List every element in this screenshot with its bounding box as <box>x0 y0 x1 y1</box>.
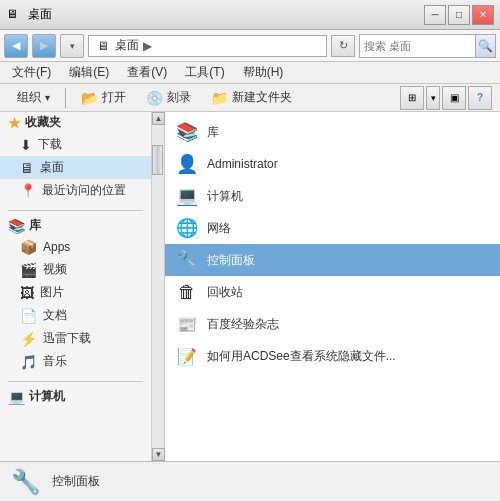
dropdown-button[interactable]: ▾ <box>60 34 84 58</box>
sidebar-item-desktop[interactable]: 🖥 桌面 <box>0 156 151 179</box>
file-item-library[interactable]: 📚 库 <box>165 116 500 148</box>
sidebar-item-recent[interactable]: 📍 最近访问的位置 <box>0 179 151 202</box>
images-label: 图片 <box>40 284 64 301</box>
sidebar-library-heading: 📚 库 <box>0 215 151 236</box>
thunder-icon: ⚡ <box>20 331 37 347</box>
sidebar-library-section: 📚 库 📦 Apps 🎬 视频 🖼 图片 📄 文档 <box>0 215 151 373</box>
sidebar-item-docs[interactable]: 📄 文档 <box>0 304 151 327</box>
menu-bar: 文件(F) 编辑(E) 查看(V) 工具(T) 帮助(H) <box>0 62 500 84</box>
view-arrow-icon: ▾ <box>431 93 436 103</box>
scrollbar-track <box>152 125 164 448</box>
path-text: 桌面 <box>115 37 139 54</box>
sidebar-item-downloads[interactable]: ⬇ 下载 <box>0 133 151 156</box>
acdsee-icon: 📝 <box>175 344 199 368</box>
apps-label: Apps <box>43 240 70 254</box>
favorites-label: 收藏夹 <box>25 114 61 131</box>
burn-label: 刻录 <box>167 89 191 106</box>
video-label: 视频 <box>43 261 67 278</box>
window-icon: 🖥 <box>6 7 22 23</box>
recycle-icon: 🗑 <box>175 280 199 304</box>
menu-tools[interactable]: 工具(T) <box>181 62 228 83</box>
library-label: 库 <box>29 217 41 234</box>
search-input[interactable] <box>360 40 475 52</box>
file-item-computer[interactable]: 💻 计算机 <box>165 180 500 212</box>
computer-file-label: 计算机 <box>207 188 243 205</box>
music-icon: 🎵 <box>20 354 37 370</box>
acdsee-label: 如何用ACDSee查看系统隐藏文件... <box>207 348 396 365</box>
status-text: 控制面板 <box>52 473 100 490</box>
sidebar-scrollbar[interactable]: ▲ ▼ <box>151 112 164 461</box>
new-folder-button[interactable]: 📁 新建文件夹 <box>202 86 301 110</box>
network-icon: 🌐 <box>175 216 199 240</box>
organize-arrow: ▾ <box>45 92 50 103</box>
organize-label: 组织 <box>17 89 41 106</box>
administrator-icon: 👤 <box>175 152 199 176</box>
window-controls: ─ □ ✕ <box>424 5 494 25</box>
sidebar-favorites-heading: ★ 收藏夹 <box>0 112 151 133</box>
video-icon: 🎬 <box>20 262 37 278</box>
computer-icon: 💻 <box>8 389 25 405</box>
open-button[interactable]: 📂 打开 <box>72 86 135 110</box>
file-item-network[interactable]: 🌐 网络 <box>165 212 500 244</box>
computer-file-icon: 💻 <box>175 184 199 208</box>
minimize-button[interactable]: ─ <box>424 5 446 25</box>
sidebar-item-video[interactable]: 🎬 视频 <box>0 258 151 281</box>
title-bar: 🖥 桌面 ─ □ ✕ <box>0 0 500 30</box>
burn-button[interactable]: 💿 刻录 <box>137 86 200 110</box>
recent-icon: 📍 <box>20 183 36 198</box>
sidebar-item-music[interactable]: 🎵 音乐 <box>0 350 151 373</box>
menu-edit[interactable]: 编辑(E) <box>65 62 113 83</box>
scrollbar-thumb[interactable] <box>152 145 163 175</box>
menu-view[interactable]: 查看(V) <box>123 62 171 83</box>
organize-button[interactable]: 组织 ▾ <box>8 86 59 110</box>
back-button[interactable]: ◀ <box>4 34 28 58</box>
search-box[interactable]: 🔍 <box>359 34 496 58</box>
forward-button[interactable]: ▶ <box>32 34 56 58</box>
open-label: 打开 <box>102 89 126 106</box>
search-button[interactable]: 🔍 <box>475 35 495 57</box>
sidebar-divider1 <box>8 210 143 211</box>
downloads-label: 下载 <box>38 136 62 153</box>
toolbar: 组织 ▾ 📂 打开 💿 刻录 📁 新建文件夹 ⊞ ▾ ▣ ? <box>0 84 500 112</box>
sidebar-container: ★ 收藏夹 ⬇ 下载 🖥 桌面 📍 最近访问的位置 <box>0 112 165 461</box>
sidebar-item-images[interactable]: 🖼 图片 <box>0 281 151 304</box>
layout-icon: ▣ <box>450 92 459 103</box>
help-button[interactable]: ? <box>468 86 492 110</box>
file-item-administrator[interactable]: 👤 Administrator <box>165 148 500 180</box>
baidu-label: 百度经验杂志 <box>207 316 279 333</box>
file-item-acdsee[interactable]: 📝 如何用ACDSee查看系统隐藏文件... <box>165 340 500 372</box>
view-arrow-button[interactable]: ▾ <box>426 86 440 110</box>
docs-label: 文档 <box>43 307 67 324</box>
panel-icon: 🔧 <box>175 248 199 272</box>
desktop-label: 桌面 <box>40 159 64 176</box>
file-item-panel[interactable]: 🔧 控制面板 <box>165 244 500 276</box>
sidebar-item-thunder[interactable]: ⚡ 迅雷下载 <box>0 327 151 350</box>
window-title: 桌面 <box>28 6 52 23</box>
status-icon: 🔧 <box>10 466 42 498</box>
menu-file[interactable]: 文件(F) <box>8 62 55 83</box>
view-button[interactable]: ⊞ <box>400 86 424 110</box>
maximize-button[interactable]: □ <box>448 5 470 25</box>
sidebar-item-apps[interactable]: 📦 Apps <box>0 236 151 258</box>
scrollbar-down-button[interactable]: ▼ <box>152 448 165 461</box>
file-item-baidu[interactable]: 📰 百度经验杂志 <box>165 308 500 340</box>
address-path[interactable]: 🖥 桌面 ▶ <box>88 35 327 57</box>
refresh-button[interactable]: ↻ <box>331 35 355 57</box>
close-button[interactable]: ✕ <box>472 5 494 25</box>
thunder-label: 迅雷下载 <box>43 330 91 347</box>
address-bar: ◀ ▶ ▾ 🖥 桌面 ▶ ↻ 🔍 <box>0 30 500 62</box>
library-file-icon: 📚 <box>175 120 199 144</box>
recycle-label: 回收站 <box>207 284 243 301</box>
sidebar-computer-heading: 💻 计算机 <box>0 386 151 407</box>
open-icon: 📂 <box>81 90 98 106</box>
file-item-recycle[interactable]: 🗑 回收站 <box>165 276 500 308</box>
file-list: 📚 库 👤 Administrator 💻 计算机 🌐 网络 🔧 控制面板 🗑 <box>165 112 500 461</box>
menu-help[interactable]: 帮助(H) <box>239 62 288 83</box>
view-icon: ⊞ <box>408 92 416 103</box>
baidu-icon: 📰 <box>175 312 199 336</box>
scrollbar-up-button[interactable]: ▲ <box>152 112 165 125</box>
layout-button[interactable]: ▣ <box>442 86 466 110</box>
computer-label: 计算机 <box>29 388 65 405</box>
download-icon: ⬇ <box>20 137 32 153</box>
path-icon: 🖥 <box>95 38 111 54</box>
